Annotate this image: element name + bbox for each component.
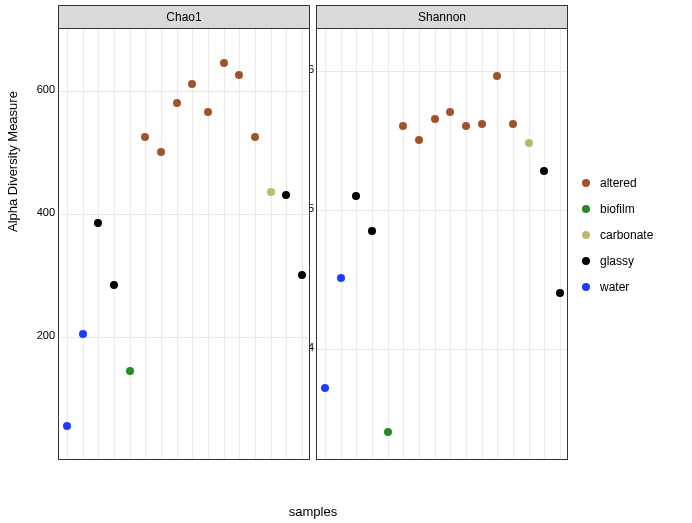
data-point <box>431 115 439 123</box>
x-axis-label: samples <box>58 504 568 519</box>
grid-line-v <box>208 29 209 459</box>
grid-line-v <box>325 29 326 459</box>
grid-line-v <box>255 29 256 459</box>
plot-area-shannon: BW1BW2R10R11R11BFR12R1AR1BR2R3R4R5R6R7R8… <box>316 29 568 460</box>
y-tick-label: 400 <box>37 206 55 218</box>
data-point <box>478 120 486 128</box>
panels-row: Chao1 BW1BW2R10R11R11BFR12R1AR1BR2R3R4R5… <box>58 5 568 460</box>
legend-item-altered: altered <box>582 170 653 196</box>
plot-area-chao1: BW1BW2R10R11R11BFR12R1AR1BR2R3R4R5R6R7R8… <box>58 29 310 460</box>
y-axis-label: Alpha Diversity Measure <box>5 91 20 232</box>
data-point <box>540 167 548 175</box>
data-point <box>267 188 275 196</box>
data-point <box>446 108 454 116</box>
figure: Alpha Diversity Measure samples 20040060… <box>0 0 692 523</box>
data-point <box>556 289 564 297</box>
data-point <box>399 122 407 130</box>
legend-swatch <box>582 205 590 213</box>
grid-line-v <box>145 29 146 459</box>
grid-line-v <box>372 29 373 459</box>
grid-line-v <box>403 29 404 459</box>
grid-line-v <box>130 29 131 459</box>
grid-line-v <box>224 29 225 459</box>
data-point <box>384 428 392 436</box>
legend-swatch <box>582 283 590 291</box>
grid-line-v <box>513 29 514 459</box>
legend-label: water <box>600 280 629 294</box>
grid-line-v <box>177 29 178 459</box>
data-point <box>509 120 517 128</box>
data-point <box>368 227 376 235</box>
grid-line-v <box>114 29 115 459</box>
data-point <box>157 148 165 156</box>
data-point <box>235 71 243 79</box>
data-point <box>79 330 87 338</box>
data-point <box>94 219 102 227</box>
grid-line-v <box>544 29 545 459</box>
y-tick-label: 200 <box>37 329 55 341</box>
data-point <box>415 136 423 144</box>
y-tick-label: 600 <box>37 83 55 95</box>
grid-line-v <box>341 29 342 459</box>
grid-line-v <box>529 29 530 459</box>
legend-swatch <box>582 231 590 239</box>
grid-line-v <box>98 29 99 459</box>
grid-line-v <box>161 29 162 459</box>
grid-line-v <box>286 29 287 459</box>
grid-line-v <box>67 29 68 459</box>
data-point <box>141 133 149 141</box>
data-point <box>298 271 306 279</box>
data-point <box>525 139 533 147</box>
panel-shannon: Shannon BW1BW2R10R11R11BFR12R1AR1BR2R3R4… <box>316 5 568 460</box>
data-point <box>337 274 345 282</box>
grid-line-v <box>450 29 451 459</box>
data-point <box>282 191 290 199</box>
legend-label: biofilm <box>600 202 635 216</box>
grid-line-v <box>83 29 84 459</box>
data-point <box>352 192 360 200</box>
legend-label: carbonate <box>600 228 653 242</box>
data-point <box>204 108 212 116</box>
grid-line-v <box>388 29 389 459</box>
data-point <box>321 384 329 392</box>
data-point <box>462 122 470 130</box>
panel-chao1: Chao1 BW1BW2R10R11R11BFR12R1AR1BR2R3R4R5… <box>58 5 310 460</box>
grid-line-v <box>356 29 357 459</box>
legend-label: glassy <box>600 254 634 268</box>
grid-line-v <box>239 29 240 459</box>
grid-line-v <box>192 29 193 459</box>
data-point <box>188 80 196 88</box>
grid-line-v <box>497 29 498 459</box>
panel-title-chao1: Chao1 <box>58 5 310 29</box>
legend: alteredbiofilmcarbonateglassywater <box>582 170 653 300</box>
legend-item-carbonate: carbonate <box>582 222 653 248</box>
grid-line-v <box>482 29 483 459</box>
data-point <box>220 59 228 67</box>
legend-item-biofilm: biofilm <box>582 196 653 222</box>
data-point <box>493 72 501 80</box>
legend-label: altered <box>600 176 637 190</box>
grid-line-v <box>302 29 303 459</box>
y-ticks-chao1: 200400600 <box>33 27 55 460</box>
data-point <box>63 422 71 430</box>
grid-line-v <box>435 29 436 459</box>
grid-line-v <box>560 29 561 459</box>
panel-title-shannon: Shannon <box>316 5 568 29</box>
legend-item-water: water <box>582 274 653 300</box>
data-point <box>110 281 118 289</box>
data-point <box>173 99 181 107</box>
data-point <box>126 367 134 375</box>
grid-line-v <box>271 29 272 459</box>
legend-swatch <box>582 257 590 265</box>
grid-line-v <box>419 29 420 459</box>
grid-line-v <box>466 29 467 459</box>
legend-item-glassy: glassy <box>582 248 653 274</box>
legend-swatch <box>582 179 590 187</box>
data-point <box>251 133 259 141</box>
